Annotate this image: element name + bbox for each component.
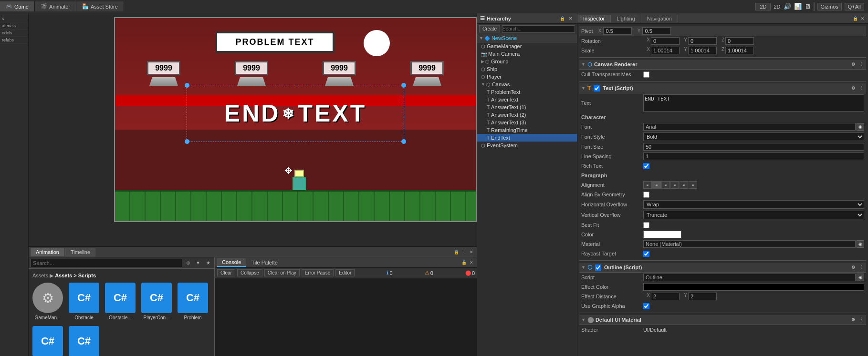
hierarchy-item-answertext1[interactable]: T AnswerText (1) — [477, 103, 577, 111]
collapse-button[interactable]: Collapse — [237, 269, 262, 276]
align-justify-center-icon[interactable]: ≡ — [680, 181, 688, 189]
asset-item-obstacle[interactable]: C# Obstacle — [69, 283, 99, 320]
effect-x-input[interactable] — [651, 293, 680, 300]
effect-y-input[interactable] — [688, 293, 717, 300]
anim-close-icon[interactable]: ✕ — [468, 249, 475, 255]
text-script-settings-icon[interactable]: ⚙ — [850, 85, 857, 92]
text-script-menu-icon[interactable]: ⋮ — [858, 85, 864, 92]
outline-script-input[interactable] — [643, 274, 856, 281]
maximize-btn[interactable]: 2D — [755, 3, 771, 10]
scale-z-input[interactable] — [725, 47, 754, 54]
anim-menu-icon[interactable]: ⋮ — [460, 249, 467, 255]
text-script-enabled[interactable] — [594, 85, 600, 92]
font-style-select[interactable]: Bold — [643, 132, 864, 141]
material-input[interactable] — [643, 240, 856, 248]
hierarchy-item-eventsystem[interactable]: ⬡ EventSystem — [477, 142, 577, 149]
handle-br[interactable] — [401, 139, 406, 144]
clear-on-play-button[interactable]: Clear on Play — [264, 269, 300, 276]
error-pause-button[interactable]: Error Pause — [302, 269, 334, 276]
align-by-geom-checkbox[interactable] — [643, 192, 649, 198]
best-fit-checkbox[interactable] — [643, 222, 649, 228]
pivot-x-input[interactable] — [603, 27, 632, 35]
font-pick-button[interactable]: ◉ — [857, 123, 864, 131]
asset-item-playercon[interactable]: C# PlayerCon... — [141, 283, 172, 320]
anim-lock-icon[interactable]: 🔒 — [453, 249, 460, 255]
font-size-input[interactable] — [643, 143, 864, 151]
line-spacing-input[interactable] — [643, 153, 864, 160]
asset-item-obstacle2[interactable]: C# Obstacle... — [105, 283, 136, 320]
color-swatch[interactable] — [643, 231, 681, 238]
anim-tab-animation[interactable]: Animation — [31, 248, 64, 256]
hierarchy-item-player[interactable]: ⬡ Player — [477, 73, 577, 81]
tab-asset-store[interactable]: 🏪 Asset Store — [76, 1, 124, 11]
default-ui-settings-icon[interactable]: ⚙ — [850, 316, 857, 323]
outline-settings-icon[interactable]: ⚙ — [850, 264, 857, 271]
hierarchy-create-btn[interactable]: Create — [479, 25, 500, 32]
inspector-tab-navigation[interactable]: Navigation — [641, 15, 678, 22]
cull-transparent-checkbox[interactable] — [643, 71, 649, 78]
hierarchy-item-canvas[interactable]: ▼ ⬡ Canvas — [477, 81, 577, 88]
inspector-close-icon[interactable]: ✕ — [859, 15, 866, 22]
hierarchy-item-answertext3[interactable]: T AnswerText (3) — [477, 119, 577, 126]
filter-button[interactable]: Q+All — [845, 3, 864, 10]
console-lock-icon[interactable]: 🔒 — [460, 259, 467, 266]
handle-tl[interactable] — [185, 83, 189, 88]
rich-text-checkbox[interactable] — [643, 163, 649, 169]
use-graphic-alpha-checkbox[interactable] — [643, 303, 649, 309]
material-pick-button[interactable]: ◉ — [857, 240, 864, 248]
outline-script-enabled[interactable] — [595, 264, 601, 271]
canvas-renderer-menu-icon[interactable]: ⋮ — [858, 61, 864, 68]
align-justify-right-icon[interactable]: ≡ — [689, 181, 697, 189]
anim-tool2[interactable]: ▼ — [194, 260, 202, 266]
hierarchy-item-problemtext[interactable]: T ProblemText — [477, 88, 577, 96]
clear-button[interactable]: Clear — [217, 269, 235, 276]
hierarchy-item-endtext[interactable]: T EndText — [477, 134, 577, 142]
end-text-container[interactable]: END❄TEXT — [187, 85, 404, 142]
inspector-tab-inspector[interactable]: Inspector — [577, 15, 611, 22]
con-tab-tile-palette[interactable]: Tile Palette — [247, 259, 282, 266]
handle-bl[interactable] — [185, 139, 189, 144]
hierarchy-item-gamemanager[interactable]: ⬡ GameManager — [477, 42, 577, 50]
outline-menu-icon[interactable]: ⋮ — [858, 264, 864, 271]
inspector-lock-icon[interactable]: 🔒 — [852, 15, 858, 22]
align-justify-left-icon[interactable]: ≡ — [670, 181, 679, 189]
align-center-icon[interactable]: ≡ — [652, 181, 661, 189]
vert-overflow-select[interactable]: Truncate — [643, 211, 864, 219]
pivot-y-input[interactable] — [642, 27, 671, 35]
inspector-tab-lighting[interactable]: Lighting — [611, 15, 641, 22]
anim-search-input[interactable] — [31, 259, 182, 267]
align-left-icon[interactable]: ≡ — [643, 181, 652, 189]
align-right-icon[interactable]: ≡ — [661, 181, 670, 189]
scale-x-input[interactable] — [651, 47, 680, 54]
rot-x-input[interactable] — [651, 37, 680, 45]
hierarchy-scene-root[interactable]: ▼ 🔷 NewScene — [477, 34, 577, 42]
anim-tool1[interactable]: ⊕ — [184, 260, 192, 266]
canvas-renderer-settings-icon[interactable]: ⚙ — [850, 61, 857, 68]
outline-script-pick-button[interactable]: ◉ — [857, 274, 864, 281]
hierarchy-item-remainingtime[interactable]: T RemainingTime — [477, 126, 577, 134]
default-ui-menu-icon[interactable]: ⋮ — [858, 316, 864, 323]
anim-tab-timeline[interactable]: Timeline — [65, 248, 95, 256]
asset-item-gamemanager[interactable]: ⚙ GameMan... — [32, 283, 63, 320]
tab-animator[interactable]: 🎬 Animator — [35, 1, 76, 11]
hierarchy-item-main-camera[interactable]: 📷 Main Camera — [477, 50, 577, 58]
asset-item-problem[interactable]: C# Problem — [178, 283, 208, 320]
handle-tr[interactable] — [401, 83, 406, 88]
horiz-overflow-select[interactable]: Wrap — [643, 200, 864, 209]
editor-button[interactable]: Editor — [335, 269, 355, 276]
hierarchy-item-ship[interactable]: ⬡ Ship — [477, 65, 577, 73]
rot-y-input[interactable] — [688, 37, 717, 45]
raycast-checkbox[interactable] — [643, 251, 649, 257]
asset-item-ui[interactable]: C# UI — [69, 326, 99, 356]
con-tab-console[interactable]: Console — [217, 258, 246, 267]
hierarchy-item-answertext2[interactable]: T AnswerText (2) — [477, 111, 577, 119]
tab-game[interactable]: 🎮 Game — [0, 1, 35, 11]
hierarchy-item-answertext[interactable]: T AnswerText — [477, 96, 577, 103]
anim-tool3[interactable]: ★ — [204, 260, 212, 266]
gizmos-button[interactable]: Gizmos — [817, 3, 842, 10]
asset-item-problemt[interactable]: C# ProblemT... — [32, 326, 63, 356]
text-value-textarea[interactable] — [643, 94, 864, 112]
rot-z-input[interactable] — [725, 37, 754, 45]
effect-color-swatch[interactable] — [643, 283, 864, 291]
font-input[interactable] — [643, 123, 856, 131]
